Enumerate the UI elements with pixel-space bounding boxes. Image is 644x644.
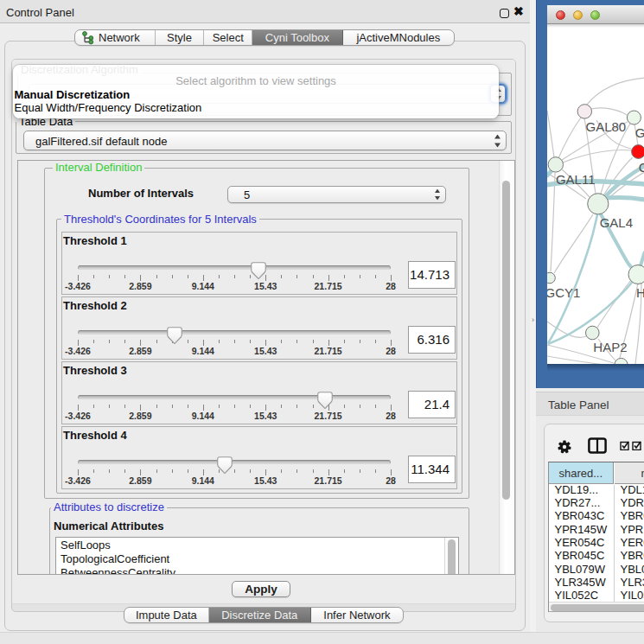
checkbox-icon[interactable] [620,441,630,450]
slider-tick [375,469,376,473]
network-window-titlebar[interactable] [547,5,644,24]
slider-tick [140,469,141,475]
network-node-gcy1[interactable] [547,272,555,284]
slider-tick [219,275,220,278]
attribute-list-item[interactable]: BetweennessCentrality [61,566,175,575]
cell-shared-name[interactable]: YBR045C [555,549,605,562]
cell-shared-name[interactable]: YLR345W [555,576,606,589]
slider-track[interactable] [78,395,391,399]
slider-thumb[interactable] [217,456,233,474]
slider-tick [313,469,314,473]
cell-name[interactable]: YPR145W [621,523,644,536]
attributes-scrollbar-thumb[interactable] [448,539,456,575]
tab-network[interactable]: Network [75,30,156,45]
network-edge[interactable] [551,173,555,271]
network-canvas[interactable]: GAL80GACGAL11GAL4GCY1HHAP2 [547,24,644,364]
cell-name[interactable]: YER054C [621,536,644,549]
columns-icon[interactable] [588,437,607,454]
network-edge[interactable] [587,78,644,105]
column-header-name[interactable]: n... [615,462,644,484]
numerical-attributes-list[interactable]: SelfLoopsTopologicalCoefficientBetweenne… [55,537,459,575]
threshold-value-field[interactable]: 11.344 [408,456,456,483]
dropdown-placeholder-item[interactable]: Select algorithm to view settings [13,74,499,87]
tab-style[interactable]: Style [156,30,205,45]
cell-name[interactable]: YIL052C [621,589,644,602]
threshold-value-field[interactable]: 21.4 [408,391,456,418]
cell-name[interactable]: YBR045C [621,549,644,562]
table-row[interactable]: YIL052CYIL052C [549,591,644,602]
slider-thumb[interactable] [317,392,333,409]
cell-shared-name[interactable]: YPR145W [555,523,608,536]
slider-tick [203,275,204,281]
network-node-gal4[interactable] [588,194,609,214]
network-node-gal11[interactable] [548,157,563,172]
slider-tick-label: 9.144 [192,346,214,356]
table-data-combo[interactable]: galFiltered.sif default node [23,131,507,150]
network-edge[interactable] [591,108,627,115]
network-edge[interactable] [563,150,632,163]
slider-track[interactable] [78,265,391,270]
tab-cyni-toolbox[interactable]: Cyni Toolbox [252,30,343,45]
float-window-icon[interactable] [500,9,509,18]
gear-icon[interactable] [558,440,571,454]
cell-name[interactable]: YDR27 [621,496,644,509]
network-node-c[interactable] [632,145,644,159]
threshold-value-field[interactable]: 6.316 [408,326,456,354]
dropdown-item-equal-width[interactable]: Equal Width/Frequency Discretization [15,101,202,114]
slider-thumb[interactable] [167,327,182,344]
tab-jactivemnodules[interactable]: jActiveMNodules [343,30,454,45]
tab-select[interactable]: Select [204,30,252,45]
close-light[interactable] [556,10,565,20]
cell-name[interactable]: YDL19 [621,485,644,496]
network-edge[interactable] [558,118,581,158]
slider-tick [188,275,188,278]
settings-scrollbar-track[interactable] [499,161,514,575]
column-header-shared-name[interactable]: shared... [549,462,614,484]
network-node-gal80[interactable] [577,105,591,118]
slider-track[interactable] [78,330,391,335]
threshold-value-field[interactable]: 14.713 [408,261,456,289]
slider-tick [109,405,110,408]
slider-track[interactable] [78,460,391,464]
attribute-list-item[interactable]: TopologicalCoefficient [61,552,169,565]
settings-scrollbar-thumb[interactable] [502,181,510,500]
cell-shared-name[interactable]: YDR27... [555,496,601,509]
network-node-h[interactable] [628,265,644,284]
cell-name[interactable]: YLR345W [621,576,644,589]
combo-arrows-icon [494,134,501,147]
close-icon[interactable]: ✖ [513,4,524,18]
table-hscrollbar[interactable] [549,602,644,611]
cell-shared-name[interactable]: YDL19... [555,485,599,496]
cell-shared-name[interactable]: YBL079W [555,563,606,576]
cell-shared-name[interactable]: YER054C [555,536,605,549]
cell-shared-name[interactable]: YIL052C [555,589,599,602]
network-edge[interactable] [547,111,554,157]
cell-shared-name[interactable]: YBR043C [555,509,605,522]
network-edge[interactable] [554,214,593,273]
cell-name[interactable]: YBR043C [621,509,644,522]
network-node-ga[interactable] [627,111,641,124]
slider-tick [109,469,110,473]
network-node-hap2[interactable] [586,326,600,340]
attributes-list-scrollbar[interactable] [444,538,458,575]
slider-tick-label: 2.859 [129,346,151,356]
network-node[interactable] [615,358,628,364]
tab-impute-data[interactable]: Impute Data [124,608,209,622]
network-edge[interactable] [547,356,611,364]
checkbox-icon[interactable] [632,441,642,450]
cell-name[interactable]: YBL079W [621,563,644,576]
apply-button[interactable]: Apply [232,581,290,597]
intervals-combo[interactable]: 5 [227,186,446,203]
table-hscrollbar-thumb[interactable] [551,604,644,611]
slider-thumb[interactable] [251,262,266,279]
attribute-list-item[interactable]: SelfLoops [61,539,111,552]
dropdown-item-manual-discretization[interactable]: Manual Discretization [15,88,131,101]
network-edge[interactable] [597,280,631,328]
tab-discretize-data[interactable]: Discretize Data [209,608,311,622]
slider-tick [124,275,125,278]
slider-tick [78,405,79,411]
zoom-light[interactable] [590,10,600,20]
tab-infer-network[interactable]: Infer Network [311,608,403,622]
minimize-light[interactable] [573,10,583,20]
slider-tick [234,469,235,473]
